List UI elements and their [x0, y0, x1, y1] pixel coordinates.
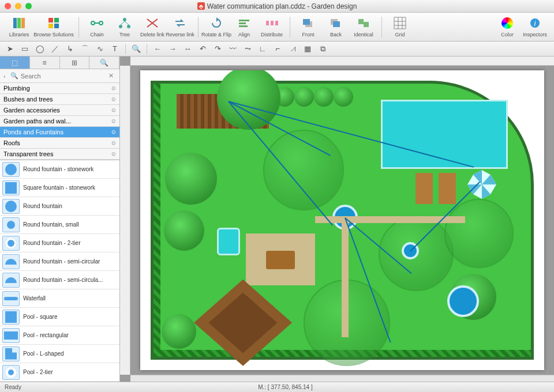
curve-right-tool[interactable]: ↷ [211, 43, 224, 55]
titlebar: ⬘ Water communication plan.cddz - Garden… [0, 0, 554, 13]
ruler-horizontal[interactable] [130, 56, 554, 66]
patio-table[interactable] [266, 251, 295, 269]
arrow-right-tool[interactable]: → [166, 43, 179, 55]
toolbar-separator [290, 17, 290, 37]
disclosure-icon: ⊙ [111, 107, 116, 113]
small-pool[interactable] [217, 228, 240, 255]
identical-label: Identical [354, 32, 373, 37]
shape-item[interactable]: Round fountain - semi-circula... [0, 271, 119, 289]
image-tool[interactable]: ▦ [301, 43, 314, 55]
text-tool[interactable]: T [108, 43, 121, 55]
bush[interactable] [294, 87, 314, 107]
category-plumbing[interactable]: Plumbing⊙ [0, 83, 119, 94]
svg-rect-26 [333, 21, 340, 27]
shape-item[interactable]: Pool - square [0, 308, 119, 326]
connector-tool[interactable]: ↳ [63, 43, 76, 55]
library-tab-search[interactable]: 🔍 [89, 56, 119, 69]
tree-icon [117, 15, 133, 31]
category-garden-accessories[interactable]: Garden accessories⊙ [0, 105, 119, 116]
identical-button[interactable]: Identical [350, 15, 377, 37]
rotate-flip-button[interactable]: Rotate & Flip [203, 15, 230, 37]
tree[interactable] [165, 153, 217, 205]
status-bar: Ready M.: [ 377.50, 845.14 ] [0, 382, 554, 392]
free-curve-tool[interactable]: ⤳ [241, 43, 254, 55]
category-transparent-trees[interactable]: Transparent trees⊙ [0, 149, 119, 160]
chevron-left-icon[interactable]: ‹ [3, 73, 6, 80]
toolbar-separator [381, 17, 382, 37]
arc-tool[interactable]: ⌒ [78, 43, 91, 55]
hedge-left[interactable] [154, 84, 160, 357]
round-fountain[interactable] [447, 285, 479, 317]
shape-item[interactable]: Square fountain - stonework [0, 179, 119, 197]
library-search-input[interactable] [21, 73, 106, 80]
library-tab-grid[interactable]: ⊞ [60, 56, 90, 69]
tree[interactable] [164, 210, 204, 251]
delete-link-button[interactable]: Delete link [139, 15, 166, 37]
arrow-both-tool[interactable]: ↔ [181, 43, 194, 55]
grid-button[interactable]: Grid [387, 15, 413, 37]
bush[interactable] [334, 87, 353, 107]
ruler-vertical[interactable] [120, 66, 130, 375]
garden-path[interactable] [342, 222, 349, 337]
library-tab-list[interactable]: ≡ [30, 56, 60, 69]
drawing-page[interactable] [140, 70, 544, 370]
svg-rect-28 [364, 22, 369, 27]
shape-item[interactable]: Round fountain - 2-tier [0, 234, 119, 252]
rect-tool[interactable]: ▭ [18, 43, 31, 55]
horizontal-scrollbar[interactable] [130, 375, 554, 382]
distribute-icon [264, 15, 280, 31]
category-bushes-trees[interactable]: Bushes and trees⊙ [0, 94, 119, 105]
tree[interactable] [162, 314, 196, 349]
shape-item[interactable]: Pool - L-shaped [0, 345, 119, 363]
reverse-link-button[interactable]: Reverse link [167, 15, 193, 37]
bezier-tool[interactable]: 〰 [226, 43, 239, 55]
patio-umbrella[interactable] [467, 170, 496, 199]
search-tool[interactable]: 🔍 [130, 43, 143, 55]
angle-tool[interactable]: ∟ [256, 43, 269, 55]
polyline-tool[interactable]: ⩘ [286, 43, 299, 55]
shape-item[interactable]: Pool - rectangular [0, 326, 119, 345]
canvas-viewport[interactable] [130, 66, 554, 375]
distribute-button[interactable]: Distribute [259, 15, 285, 37]
shape-item[interactable]: Round fountain, small [0, 216, 119, 234]
curve-left-tool[interactable]: ↶ [196, 43, 209, 55]
pointer-tool[interactable]: ➤ [3, 43, 16, 55]
spline-tool[interactable]: ∿ [93, 43, 106, 55]
rotate-label: Rotate & Flip [201, 32, 231, 37]
large-tree[interactable] [217, 70, 280, 130]
crop-tool[interactable]: ⧉ [316, 43, 329, 55]
lounge-chair[interactable] [415, 173, 433, 204]
line-tool[interactable]: ／ [48, 43, 61, 55]
disclosure-icon: ⊙ [111, 118, 116, 124]
arrow-left-tool[interactable]: ← [151, 43, 164, 55]
category-roofs[interactable]: Roofs⊙ [0, 138, 119, 149]
library-tab-shapes[interactable]: ⬚ [0, 56, 30, 69]
shape-item[interactable]: Round fountain - stonework [0, 160, 119, 179]
shape-item[interactable]: Round fountain [0, 197, 119, 216]
color-button[interactable]: Color [494, 15, 521, 37]
svg-rect-4 [54, 18, 59, 22]
back-button[interactable]: Back [323, 15, 349, 37]
lounge-chair[interactable] [439, 173, 456, 204]
align-button[interactable]: Align [231, 15, 257, 37]
tree-button[interactable]: Tree [111, 15, 138, 37]
bush[interactable] [314, 87, 334, 107]
reverse-link-label: Reverse link [166, 32, 194, 37]
garden-lot[interactable] [151, 81, 534, 360]
step-tool[interactable]: ⌐ [271, 43, 284, 55]
transparent-tree[interactable] [444, 199, 514, 268]
browse-solutions-button[interactable]: Browse Solutions [33, 15, 74, 37]
clear-search-button[interactable]: ✕ [106, 72, 116, 80]
shape-item[interactable]: Pool - 2-tier [0, 363, 119, 382]
ellipse-tool[interactable]: ◯ [33, 43, 46, 55]
shape-thumb-icon [2, 217, 20, 232]
category-ponds-fountains[interactable]: Ponds and Fountains⊙ [0, 127, 119, 138]
front-button[interactable]: Front [295, 15, 321, 37]
shape-item[interactable]: Waterfall [0, 289, 119, 308]
shape-label: Pool - square [23, 314, 57, 320]
category-garden-paths[interactable]: Garden paths and wal...⊙ [0, 116, 119, 127]
chain-button[interactable]: Chain [84, 15, 110, 37]
libraries-button[interactable]: Libraries [6, 15, 32, 37]
shape-item[interactable]: Round fountain - semi-circular [0, 252, 119, 271]
inspectors-button[interactable]: i Inspectors [522, 15, 548, 37]
